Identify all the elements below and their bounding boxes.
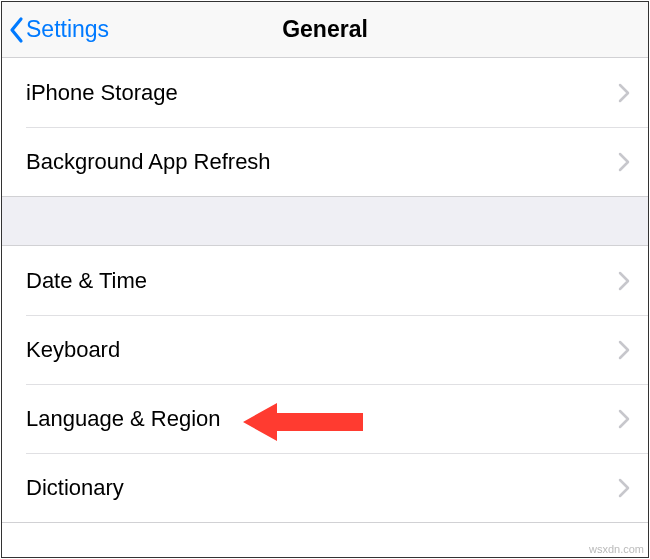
navbar: Settings General (2, 2, 648, 58)
watermark: wsxdn.com (589, 543, 644, 555)
row-language-region[interactable]: Language & Region (2, 384, 648, 453)
back-label: Settings (26, 16, 109, 43)
chevron-right-icon (618, 409, 630, 429)
row-label: iPhone Storage (26, 80, 178, 106)
back-button[interactable]: Settings (2, 16, 109, 44)
content: iPhone Storage Background App Refresh Da… (2, 58, 648, 523)
row-date-time[interactable]: Date & Time (2, 246, 648, 315)
row-dictionary[interactable]: Dictionary (2, 453, 648, 522)
row-label: Language & Region (26, 406, 221, 432)
row-label: Keyboard (26, 337, 120, 363)
group-locale: Date & Time Keyboard Language & Region D… (2, 245, 648, 523)
chevron-left-icon (8, 16, 26, 44)
chevron-right-icon (618, 478, 630, 498)
chevron-right-icon (618, 152, 630, 172)
row-label: Date & Time (26, 268, 147, 294)
group-storage: iPhone Storage Background App Refresh (2, 58, 648, 197)
chevron-right-icon (618, 271, 630, 291)
row-label: Background App Refresh (26, 149, 271, 175)
row-background-app-refresh[interactable]: Background App Refresh (2, 127, 648, 196)
settings-general-screen: Settings General iPhone Storage Backgrou… (1, 1, 649, 558)
row-iphone-storage[interactable]: iPhone Storage (2, 58, 648, 127)
row-label: Dictionary (26, 475, 124, 501)
row-keyboard[interactable]: Keyboard (2, 315, 648, 384)
chevron-right-icon (618, 83, 630, 103)
chevron-right-icon (618, 340, 630, 360)
